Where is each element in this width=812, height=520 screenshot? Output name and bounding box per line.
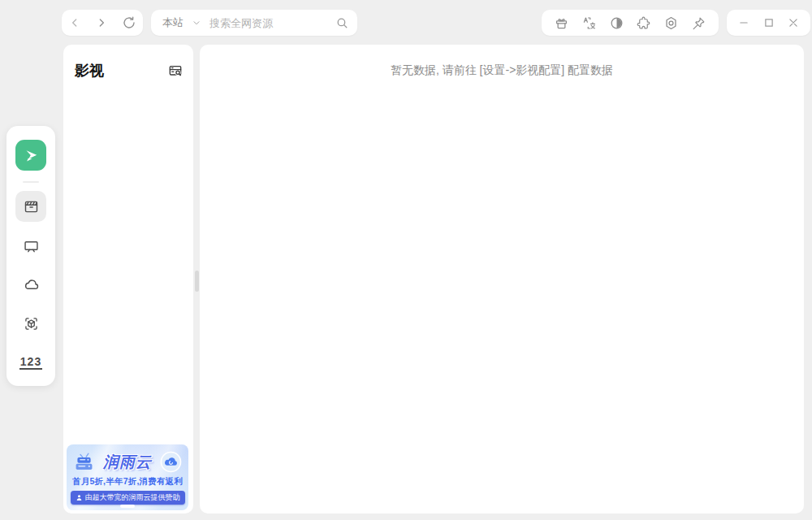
app-logo[interactable] [15,140,46,171]
dock-item-cloud[interactable] [15,269,46,300]
tv-icon [23,237,40,254]
maximize-button[interactable] [762,10,776,36]
settings-button[interactable] [663,10,679,36]
dock-item-numbers[interactable]: 123 [15,347,46,378]
search-input[interactable] [209,17,335,29]
minimize-button[interactable] [736,10,751,36]
close-icon [786,15,801,30]
panel-scrollbar-thumb[interactable] [195,271,199,292]
gift-button[interactable] [554,10,569,36]
nav-button-group [62,10,143,36]
close-button[interactable] [786,10,801,36]
clapperboard-icon [23,198,40,215]
puzzle-icon [636,15,651,31]
translate-icon [581,15,597,31]
chevron-down-icon[interactable] [192,18,201,28]
cube-scan-icon [23,315,40,332]
translate-button[interactable] [581,10,597,36]
dock-item-scan-3d[interactable] [15,308,46,339]
sponsor-icon [76,494,83,501]
content-panel: 暂无数据, 请前往 [设置->影视配置] 配置数据 [200,45,804,514]
pin-icon [691,15,706,31]
promo-banner[interactable]: 润雨云 首月5折,半年7折,消费有返利 由超大带宽的润雨云提供赞助 [67,444,188,510]
chevron-left-icon [68,16,81,29]
dock-item-tv[interactable] [15,230,46,261]
server-illustration-icon [73,451,95,473]
panel-header: 影视 [63,45,193,84]
pin-button[interactable] [691,10,706,36]
movies-panel: 影视 润雨云 首月5折,半年7折,消费有返利 由超大带宽的润雨云提供赞助 [63,45,193,514]
toolbar-actions [542,10,719,36]
cloud-icon [23,276,40,293]
maximize-icon [762,15,776,30]
minimize-icon [736,15,751,30]
banner-carousel-indicator [120,505,135,508]
back-button[interactable] [68,10,81,36]
refresh-icon [122,15,136,30]
dock-item-movies[interactable] [15,191,46,222]
banner-brand: 润雨云 [103,452,152,473]
search-bar: 本站 [151,10,357,36]
refresh-button[interactable] [122,10,136,36]
panel-title: 影视 [75,61,104,80]
empty-state-message: 暂无数据, 请前往 [设置->影视配置] 配置数据 [200,63,804,78]
numbers-123-icon: 123 [19,356,42,370]
search-icon[interactable] [335,10,349,36]
banner-sponsor-pill: 由超大带宽的润雨云提供赞助 [71,491,185,505]
sponsor-text: 由超大带宽的润雨云提供赞助 [85,492,180,503]
theme-contrast-button[interactable] [609,10,624,36]
forward-button[interactable] [95,10,108,36]
window-controls [727,10,810,36]
chevron-right-icon [95,16,108,29]
archive-search-icon[interactable] [167,58,184,84]
extensions-button[interactable] [636,10,651,36]
contrast-icon [609,15,624,31]
gift-icon [554,15,569,31]
app-logo-icon [21,145,41,165]
gear-icon [663,15,679,31]
cloud-badge-icon [160,451,182,473]
dock-divider [23,181,39,183]
app-dock: 123 [6,126,55,386]
search-scope-selector[interactable]: 本站 [162,15,184,30]
banner-promo-text: 首月5折,半年7折,消费有返利 [67,476,188,488]
